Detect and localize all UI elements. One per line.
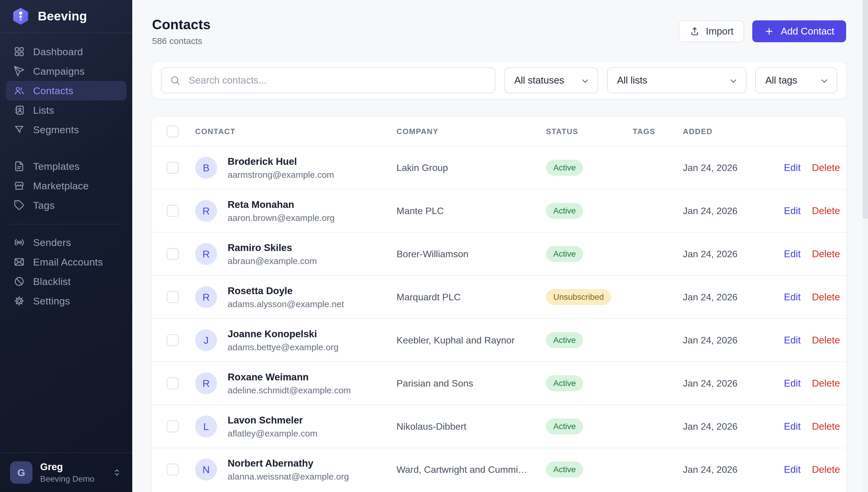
row-checkbox[interactable] [167,377,179,389]
sidebar-item-segments[interactable]: Segments [6,120,126,140]
edit-link[interactable]: Edit [784,464,801,475]
status-cell: Active [546,375,633,391]
sidebar-item-lists[interactable]: Lists [6,100,126,120]
edit-link[interactable]: Edit [784,292,801,303]
table-body: B Broderick Huel aarmstrong@example.com … [152,146,846,491]
select-all-checkbox[interactable] [167,125,179,137]
sidebar-item-marketplace[interactable]: Marketplace [6,176,126,196]
sidebar-item-email-accounts[interactable]: Email Accounts [6,252,126,272]
status-filter-select[interactable]: All statuses [504,67,598,93]
chevron-up-down-icon[interactable] [111,467,122,478]
page-scrollbar[interactable] [863,0,868,492]
add-contact-button-label: Add Contact [781,26,834,37]
delete-link[interactable]: Delete [812,335,840,346]
search-icon [170,75,180,85]
import-button[interactable]: Import [679,20,744,42]
chevron-down-icon [729,76,738,85]
contact-cell: R Rosetta Doyle adams.alysson@example.ne… [195,285,397,309]
edit-link[interactable]: Edit [784,248,801,260]
sidebar-item-blacklist[interactable]: Blacklist [6,272,126,291]
status-badge: Active [546,418,583,435]
column-header-status: Status [546,127,633,136]
contact-cell: J Joanne Konopelski adams.bettye@example… [195,328,397,352]
contact-count: 586 contacts [152,36,210,46]
row-checkbox[interactable] [167,248,179,260]
add-contact-button[interactable]: Add Contact [752,20,846,42]
table-row: J Joanne Konopelski adams.bettye@example… [152,318,846,362]
edit-link[interactable]: Edit [784,421,801,432]
row-actions: Edit Delete [784,205,840,217]
row-actions: Edit Delete [784,335,840,346]
header-actions: Import Add Contact [679,20,846,42]
company-cell: Borer-Williamson [397,249,546,260]
sidebar-item-settings[interactable]: Settings [6,291,126,311]
chevron-down-icon [581,76,590,85]
status-badge: Active [546,203,583,219]
broadcast-icon [14,237,25,248]
row-actions: Edit Delete [784,464,840,475]
sidebar-item-label: Email Accounts [33,256,103,268]
added-cell: Jan 24, 2026 [683,292,784,303]
grid-icon [14,46,25,57]
tag-filter-select[interactable]: All tags [755,67,837,93]
sidebar-item-tags[interactable]: Tags [6,196,126,215]
row-checkbox[interactable] [167,464,179,475]
upload-icon [689,26,700,36]
contact-name: Roxane Weimann [228,371,351,383]
delete-link[interactable]: Delete [812,205,840,217]
row-checkbox[interactable] [167,205,179,217]
row-checkbox[interactable] [167,291,179,303]
contact-email: aarmstrong@example.com [228,170,334,180]
contact-cell: L Lavon Schmeler aflatley@example.com [195,415,397,439]
nav-group: DashboardCampaignsContactsListsSegments [6,42,126,140]
row-checkbox[interactable] [167,162,179,174]
status-cell: Active [546,462,633,477]
sidebar-item-templates[interactable]: Templates [6,156,126,176]
status-cell: Active [546,203,633,219]
sidebar-item-campaigns[interactable]: Campaigns [6,62,126,81]
edit-link[interactable]: Edit [784,335,801,346]
user-avatar: G [10,461,32,484]
sidebar-item-label: Blacklist [33,276,71,287]
contact-email: abraun@example.com [228,256,317,266]
sidebar-item-label: Senders [33,237,71,248]
company-cell: Lakin Group [397,163,546,173]
delete-link[interactable]: Delete [812,464,840,475]
edit-link[interactable]: Edit [784,378,801,389]
scrollbar-thumb[interactable] [863,0,868,219]
row-actions: Edit Delete [784,378,840,389]
company-cell: Mante PLC [397,205,546,217]
ban-icon [14,276,25,287]
user-menu[interactable]: G Greg Beeving Demo [0,452,132,492]
page-title: Contacts [152,17,210,32]
contact-email: adeline.schmidt@example.com [228,386,351,395]
row-checkbox[interactable] [167,334,179,346]
page-header: Contacts 586 contacts Import [152,17,846,46]
edit-link[interactable]: Edit [784,162,801,173]
list-filter-value: All lists [617,75,647,86]
company-cell: Parisian and Sons [397,378,546,389]
delete-link[interactable]: Delete [812,421,840,432]
contact-cell: B Broderick Huel aarmstrong@example.com [195,156,397,180]
brand-hexagon-icon [11,7,30,26]
sidebar-item-senders[interactable]: Senders [6,233,126,252]
search-input[interactable] [161,67,495,93]
status-cell: Active [546,246,633,262]
delete-link[interactable]: Delete [812,162,840,173]
contact-email: adams.bettye@example.org [228,342,339,352]
sidebar-item-dashboard[interactable]: Dashboard [6,42,126,62]
delete-link[interactable]: Delete [812,292,840,303]
delete-link[interactable]: Delete [812,248,840,260]
sidebar-item-contacts[interactable]: Contacts [6,81,126,100]
delete-link[interactable]: Delete [812,378,840,389]
list-filter-select[interactable]: All lists [607,67,746,93]
status-badge: Active [546,160,583,176]
contact-name: Joanne Konopelski [228,328,339,340]
company-cell: Marquardt PLC [397,292,546,303]
sidebar-item-label: Contacts [33,85,74,97]
avatar: B [195,157,217,179]
brand-name: Beeving [38,9,87,23]
added-cell: Jan 24, 2026 [683,335,784,346]
row-checkbox[interactable] [167,421,179,432]
edit-link[interactable]: Edit [784,205,801,217]
